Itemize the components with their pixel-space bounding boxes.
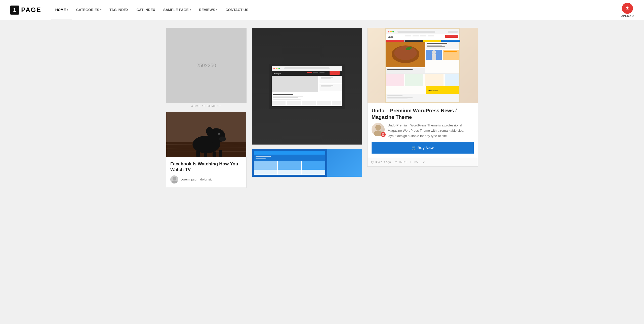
svg-rect-111 (387, 71, 408, 71)
article-author-row: Lorem ipsum dolor sit (170, 175, 242, 183)
svg-point-78 (390, 31, 392, 32)
cart-icon: 🛒 (412, 146, 417, 150)
svg-rect-43 (287, 101, 301, 105)
upload-icon (622, 3, 633, 14)
undo-footer-extra: 2 (423, 160, 425, 164)
main-nav: HOME ▾ CATEGORIES ▾ TAG INDEX CAT INDEX … (51, 0, 252, 20)
svg-rect-64 (254, 151, 325, 155)
svg-rect-86 (420, 35, 426, 36)
svg-rect-84 (405, 35, 411, 36)
boutique-theme-card[interactable]: Boutique (252, 28, 362, 145)
svg-rect-105 (432, 54, 436, 60)
undo-preview-svg: undo (385, 28, 460, 103)
undo-excerpt-row: Undo Premium WordPress Theme is a profes… (372, 123, 474, 138)
article-title[interactable]: Facebook Is Watching How You Watch TV (170, 161, 242, 173)
sample-arrow-icon: ▾ (190, 8, 191, 11)
svg-rect-11 (196, 151, 200, 157)
categories-arrow-icon: ▾ (100, 8, 101, 11)
undo-card-footer: 3 years ago 16071 355 2 (368, 158, 478, 166)
undo-excerpt: Undo Premium WordPress Theme is a profes… (388, 123, 474, 138)
svg-point-104 (432, 50, 436, 54)
article-body: Facebook Is Watching How You Watch TV Lo… (166, 157, 246, 188)
svg-rect-80 (397, 31, 435, 33)
svg-rect-40 (273, 97, 298, 98)
undo-eye-icon (394, 161, 397, 164)
svg-rect-113 (386, 74, 404, 86)
undo-theme-card[interactable]: undo (367, 28, 478, 167)
nav-item-contact-us[interactable]: CONTACT US (221, 0, 252, 20)
upload-label: UPLOAD (621, 14, 634, 17)
svg-point-16 (171, 180, 177, 183)
undo-footer-views: 16071 (394, 160, 407, 164)
image-icon (382, 133, 384, 136)
nav-item-categories[interactable]: CATEGORIES ▾ (72, 0, 106, 20)
svg-rect-101 (427, 46, 445, 47)
ad-size-text: 250×250 (196, 63, 216, 68)
svg-rect-42 (272, 101, 286, 105)
upload-button[interactable]: UPLOAD (621, 3, 634, 17)
svg-rect-41 (273, 99, 301, 100)
second-center-card[interactable] (252, 149, 362, 177)
right-column: undo (367, 28, 478, 188)
nav-item-cat-index[interactable]: CAT INDEX (133, 0, 159, 20)
undo-title[interactable]: Undo – Premium WordPress News / Magazine… (372, 107, 474, 120)
svg-rect-44 (302, 101, 316, 105)
svg-rect-34 (321, 78, 331, 79)
undo-comment-icon (410, 161, 413, 164)
svg-rect-30 (272, 76, 318, 92)
svg-text:sproutsocial: sproutsocial (428, 89, 438, 91)
svg-rect-114 (405, 74, 423, 86)
svg-point-79 (392, 31, 394, 32)
svg-rect-122 (387, 99, 408, 99)
svg-rect-12 (204, 152, 207, 157)
svg-point-22 (278, 68, 280, 69)
svg-point-8 (219, 136, 226, 142)
svg-rect-14 (219, 150, 222, 157)
svg-rect-46 (332, 101, 341, 105)
advertisement-box: 250×250 ADVERTISEMENT (166, 28, 247, 108)
nav-item-home[interactable]: HOME ▾ (51, 0, 72, 20)
buy-label: Buy Now (418, 146, 434, 150)
svg-point-10 (219, 133, 220, 134)
svg-rect-38 (273, 94, 293, 95)
nav-item-tag-index[interactable]: TAG INDEX (105, 0, 132, 20)
svg-rect-90 (405, 40, 423, 42)
svg-rect-112 (386, 73, 459, 74)
article-image (166, 112, 246, 157)
undo-avatar-badge (381, 132, 386, 137)
svg-rect-71 (254, 161, 277, 170)
svg-rect-120 (387, 95, 403, 96)
nav-item-sample-page[interactable]: SAMPLE PAGE ▾ (159, 0, 195, 20)
svg-rect-27 (313, 72, 318, 73)
buy-now-button[interactable]: 🛒 Buy Now (372, 142, 474, 154)
undo-footer-time: 3 years ago (371, 160, 391, 164)
undo-card-body: Undo – Premium WordPress News / Magazine… (368, 103, 478, 158)
site-logo[interactable]: 1 PAGE (10, 6, 41, 15)
svg-point-123 (375, 125, 381, 130)
svg-rect-108 (444, 53, 454, 54)
svg-rect-81 (448, 31, 458, 33)
svg-rect-107 (444, 51, 457, 52)
second-card-screenshot (252, 149, 362, 177)
logo-icon: 1 (10, 6, 19, 15)
svg-rect-29 (330, 71, 340, 75)
svg-rect-121 (387, 97, 413, 98)
second-preview-svg (252, 149, 327, 177)
svg-point-96 (394, 46, 417, 60)
nav-item-reviews[interactable]: REVIEWS ▾ (195, 0, 222, 20)
svg-rect-100 (427, 45, 442, 45)
svg-rect-13 (213, 152, 216, 157)
svg-rect-89 (386, 40, 404, 42)
ad-image: 250×250 (166, 28, 247, 103)
svg-rect-72 (278, 161, 301, 170)
facebook-article-card[interactable]: Facebook Is Watching How You Watch TV Lo… (166, 112, 247, 188)
avatar-icon (170, 175, 178, 183)
svg-rect-110 (387, 69, 413, 70)
logo-text: PAGE (21, 6, 41, 14)
svg-point-21 (276, 68, 277, 69)
svg-rect-66 (256, 156, 271, 157)
boutique-screenshot: Boutique (252, 28, 362, 145)
svg-rect-116 (445, 74, 459, 86)
svg-rect-45 (317, 101, 331, 105)
boutique-card-body: Boutique Grid = Creative Magazine WordPr… (252, 145, 362, 145)
